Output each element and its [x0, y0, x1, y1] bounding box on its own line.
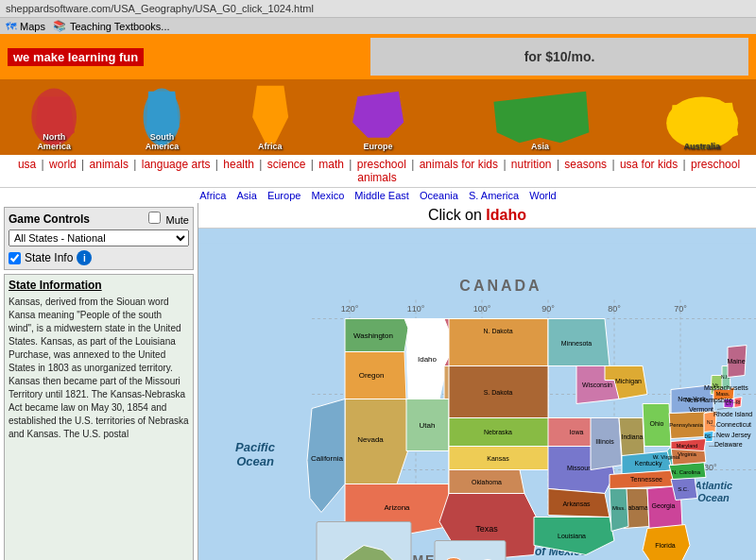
- sub-nav-oceania[interactable]: Oceania: [420, 190, 458, 201]
- svg-text:W. Virginia: W. Virginia: [653, 454, 680, 460]
- nav-usa-for-kids[interactable]: usa for kids: [620, 158, 678, 171]
- state-north-dakota[interactable]: [449, 319, 548, 366]
- state-info-text: Kansas, derived from the Siouan word Kan…: [9, 296, 189, 441]
- svg-text:Wisconsin: Wisconsin: [582, 382, 612, 388]
- svg-text:Indiana: Indiana: [622, 433, 644, 440]
- mute-label: Mute: [148, 212, 189, 226]
- nav-language-arts[interactable]: language arts: [142, 158, 211, 171]
- svg-text:Vermont: Vermont: [689, 406, 713, 413]
- state-info-checkbox[interactable]: [9, 252, 21, 264]
- map-container[interactable]: CANADA MEXICO Pacific Ocean Atlantic Oce…: [198, 229, 756, 560]
- svg-text:S.C.: S.C.: [678, 486, 689, 492]
- states-dropdown[interactable]: All States - National Northeast Southeas…: [9, 229, 189, 246]
- svg-text:Iowa: Iowa: [570, 429, 584, 435]
- ad-banner: for $10/mo.: [370, 38, 748, 76]
- svg-text:New Hampshire: New Hampshire: [685, 397, 732, 404]
- svg-text:Nevada: Nevada: [357, 435, 384, 444]
- browser-address-bar: sheppardsoftware.com/USA_Geography/USA_G…: [0, 0, 756, 18]
- svg-text:Nebraska: Nebraska: [484, 429, 512, 435]
- svg-text:NJ: NJ: [707, 419, 713, 425]
- nav-science[interactable]: science: [267, 158, 306, 171]
- svg-text:Utah: Utah: [420, 421, 436, 430]
- sub-nav-europe[interactable]: Europe: [267, 190, 301, 201]
- sub-nav-world[interactable]: World: [529, 190, 557, 201]
- svg-text:100°: 100°: [473, 304, 491, 314]
- svg-text:Idaho: Idaho: [418, 355, 438, 364]
- left-panel: Game Controls Mute All States - National…: [0, 203, 198, 560]
- right-panel: Click on Idaho CANADA MEXICO Pacific Oce…: [198, 203, 756, 560]
- sub-nav: Africa Asia Europe Mexico Middle East Oc…: [0, 188, 756, 203]
- svg-text:N. Carolina: N. Carolina: [672, 469, 701, 475]
- svg-text:Arizona: Arizona: [384, 503, 410, 512]
- sub-nav-asia[interactable]: Asia: [236, 190, 256, 201]
- svg-text:90°: 90°: [541, 304, 555, 314]
- sub-nav-africa[interactable]: Africa: [199, 190, 226, 201]
- nav-world[interactable]: world: [49, 158, 77, 171]
- main-content: Game Controls Mute All States - National…: [0, 203, 756, 560]
- continent-south-america[interactable]: SouthAmerica: [108, 81, 215, 153]
- svg-text:80°: 80°: [608, 304, 621, 314]
- click-instruction: Click on Idaho: [198, 203, 756, 229]
- svg-text:Ocean: Ocean: [697, 492, 730, 503]
- canada-label: CANADA: [459, 278, 541, 294]
- nav-seasons[interactable]: seasons: [564, 158, 607, 171]
- svg-text:N. Dakota: N. Dakota: [483, 328, 512, 334]
- svg-text:Tennessee: Tennessee: [630, 476, 662, 483]
- svg-marker-6: [494, 92, 590, 143]
- svg-text:Ohio: Ohio: [650, 420, 664, 427]
- game-controls-box: Game Controls Mute All States - National…: [4, 207, 194, 270]
- svg-text:Maine: Maine: [727, 358, 745, 365]
- nav-animals[interactable]: animals: [90, 158, 129, 171]
- svg-text:Louisiana: Louisiana: [558, 533, 586, 539]
- continent-europe[interactable]: Europe: [324, 81, 432, 153]
- svg-text:120°: 120°: [341, 304, 359, 314]
- svg-text:Oregon: Oregon: [359, 371, 385, 380]
- svg-text:70°: 70°: [674, 304, 687, 314]
- nav-math[interactable]: math: [318, 158, 344, 171]
- browser-tabs: 🗺 Maps 📚 Teaching Textbooks...: [0, 18, 756, 34]
- target-state: Idaho: [486, 207, 526, 223]
- tab-maps[interactable]: 🗺 Maps: [6, 21, 45, 32]
- hawaii-inset: [435, 541, 506, 561]
- continent-australia[interactable]: Australia: [648, 81, 756, 153]
- sub-nav-s-america[interactable]: S. America: [469, 190, 519, 201]
- state-info-label: State Info: [25, 251, 73, 264]
- svg-marker-4: [252, 86, 288, 144]
- continent-africa[interactable]: Africa: [216, 81, 324, 153]
- svg-text:Maryland: Maryland: [677, 443, 698, 449]
- svg-text:Miss.: Miss.: [612, 505, 626, 511]
- svg-text:Texas: Texas: [475, 524, 498, 534]
- usa-map[interactable]: CANADA MEXICO Pacific Ocean Atlantic Oce…: [198, 229, 756, 560]
- svg-text:Connecticut: Connecticut: [716, 421, 751, 428]
- mute-checkbox[interactable]: [148, 212, 161, 224]
- sub-nav-middle-east[interactable]: Middle East: [354, 190, 408, 201]
- nav-nutrition[interactable]: nutrition: [511, 158, 552, 171]
- svg-text:Florida: Florida: [655, 542, 676, 549]
- pacific-ocean-label: Pacific: [235, 440, 276, 454]
- svg-text:Ocean: Ocean: [236, 454, 274, 468]
- nav-health[interactable]: health: [223, 158, 254, 171]
- game-controls-title: Game Controls: [9, 212, 90, 226]
- continent-north-america[interactable]: NorthAmerica: [0, 81, 108, 153]
- game-controls-header: Game Controls Mute: [9, 212, 189, 226]
- info-icon[interactable]: i: [77, 250, 92, 265]
- svg-text:New Jersey: New Jersey: [716, 432, 751, 439]
- svg-text:S. Dakota: S. Dakota: [484, 389, 513, 396]
- sub-nav-mexico[interactable]: Mexico: [311, 190, 344, 201]
- tab-textbooks[interactable]: 📚 Teaching Textbooks...: [53, 20, 170, 32]
- svg-text:Pennsylvania: Pennsylvania: [669, 422, 703, 428]
- svg-text:Minnesota: Minnesota: [561, 340, 592, 347]
- svg-text:Kentucky: Kentucky: [635, 460, 662, 467]
- nav-usa[interactable]: usa: [18, 158, 36, 171]
- nav-animals-for-kids[interactable]: animals for kids: [420, 158, 498, 171]
- continent-asia[interactable]: Asia: [432, 81, 648, 153]
- nav-preschool[interactable]: preschool: [357, 158, 406, 171]
- svg-text:Georgia: Georgia: [652, 502, 676, 510]
- tagline: we make learning fun: [8, 48, 144, 66]
- svg-text:30°: 30°: [704, 463, 717, 472]
- svg-text:Virginia: Virginia: [678, 451, 697, 457]
- svg-text:RI: RI: [736, 399, 741, 405]
- svg-text:Rhode Island: Rhode Island: [713, 411, 752, 417]
- svg-text:Massachusetts: Massachusetts: [704, 384, 748, 391]
- state-info-row: State Info i: [9, 250, 189, 265]
